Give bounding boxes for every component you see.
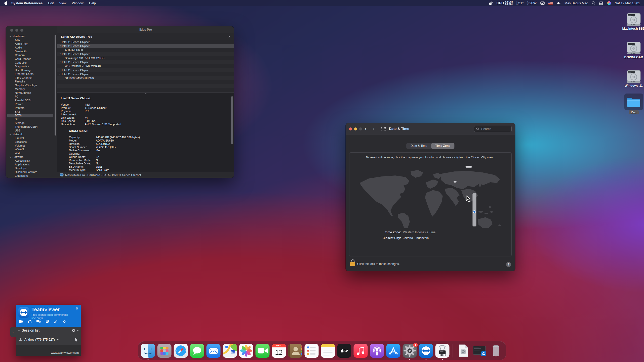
dock-icon-app-store[interactable] [386, 344, 400, 358]
sidebar-item-graphics-displays[interactable]: Graphics/Displays [6, 83, 57, 87]
desktop-icon-macintosh-ssd[interactable]: Macintosh SSD [616, 12, 644, 30]
desktop-icon-download[interactable]: DOWNLOAD [616, 41, 644, 59]
spotlight-search-icon[interactable] [592, 1, 595, 5]
session-list-header[interactable]: Session list [16, 327, 81, 334]
dock-icon-apple-tv[interactable]: tv [337, 344, 351, 358]
sidebar-item-usb[interactable]: USB [6, 129, 57, 132]
breadcrumb-item-intel-11-series-chipset[interactable]: Intel 11 Series Chipset [112, 173, 141, 176]
menu-window[interactable]: Window [69, 1, 86, 5]
temperature-status[interactable]: TEM 51° [516, 1, 524, 5]
close-button[interactable] [10, 29, 13, 32]
tree-row-intel-11-series-chipset[interactable]: Intel 11 Series Chipset [57, 52, 234, 56]
minimize-button[interactable] [354, 127, 357, 130]
device-tree-header[interactable]: Serial-ATA Device Tree [57, 33, 234, 40]
sidebar-item-ata[interactable]: ATA [6, 38, 57, 42]
video-call-icon[interactable] [19, 320, 23, 323]
sidebar-item-volumes[interactable]: Volumes [6, 144, 57, 148]
sidebar-section-software[interactable]: Software [6, 155, 57, 159]
tab-date-time[interactable]: Date & Time [407, 143, 431, 149]
tree-row-intel-11-series-chipset[interactable]: Intel 11 Series Chipset [57, 40, 234, 44]
activity-monitor-icon[interactable] [540, 2, 545, 5]
dock-icon-calendar[interactable]: MAR12 [272, 344, 286, 358]
menu-system-preferences[interactable]: System Preferences [9, 1, 45, 5]
dock-icon-system-preferences[interactable]: 1 [403, 344, 417, 358]
sidebar-scrollbar[interactable] [55, 35, 56, 135]
tab-time-zone[interactable]: Time Zone [431, 143, 454, 149]
headset-icon[interactable] [28, 320, 32, 323]
tree-row-intel-11-series-chipset[interactable]: Intel 11 Series Chipset [57, 68, 234, 72]
sidebar-item-fibre-channel[interactable]: Fibre Channel [6, 76, 57, 80]
dock-icon-reminders[interactable] [305, 344, 319, 358]
search-input[interactable] [481, 127, 509, 131]
dock-icon-chip-tool[interactable] [435, 344, 450, 358]
sidebar-item-firewall[interactable]: Firewall [6, 136, 57, 140]
dock-icon-music[interactable] [354, 344, 368, 358]
lock-icon[interactable] [350, 259, 356, 266]
dock-icon-messages[interactable] [190, 344, 204, 358]
siri-icon[interactable] [607, 1, 611, 5]
dock-icon-finder[interactable] [141, 344, 155, 358]
sidebar-item-controller[interactable]: Controller [6, 61, 57, 65]
sidebar-item-ethernet-cards[interactable]: Ethernet Cards [6, 72, 57, 76]
sidebar-item-pci[interactable]: PCI [6, 95, 57, 99]
tree-row-samsung-ssd-850-evo-120gb[interactable]: Samsung SSD 850 EVO 120GB [57, 56, 234, 60]
desktop-icon-doc[interactable]: Doc [616, 94, 644, 114]
help-button[interactable]: ? [506, 262, 511, 267]
time-zone-value[interactable]: Western Indonesia Time [403, 231, 435, 234]
collapse-chevron-icon[interactable] [228, 36, 230, 37]
sidebar-item-wi-fi[interactable]: Wi-Fi [6, 151, 57, 155]
breadcrumb-item-hardware[interactable]: Hardware [87, 173, 100, 176]
back-button[interactable]: ‹ [365, 126, 366, 131]
dock-icon-safari[interactable] [174, 344, 188, 358]
tree-row-st1000dm003-1er162[interactable]: ST1000DM003-1ER162 [57, 76, 234, 80]
session-row[interactable]: Andres (776 375 627) [16, 334, 81, 345]
sidebar-item-memory[interactable]: Memory [6, 87, 57, 91]
dock-icon-mail[interactable] [207, 344, 221, 358]
gear-dropdown-chevron-icon[interactable] [77, 330, 79, 331]
minimize-button[interactable] [15, 29, 18, 32]
keyboard-flag-us-icon[interactable] [548, 2, 553, 5]
sidebar-item-sata[interactable]: SATA [7, 114, 53, 117]
sidebar-item-storage[interactable]: Storage [6, 121, 57, 125]
close-icon[interactable]: ✕ [75, 306, 78, 310]
sidebar-item-card-reader[interactable]: Card Reader [6, 57, 57, 61]
breadcrumb-item-sata[interactable]: SATA [103, 173, 110, 176]
sidebar-item-disc-burning[interactable]: Disc Burning [6, 68, 57, 72]
file-transfer-icon[interactable] [46, 320, 49, 323]
sidebar-item-disabled-software[interactable]: Disabled Software [6, 170, 57, 174]
tree-row-adata-su650[interactable]: ADATA SU650 [57, 48, 234, 52]
sidebar-item-accessibility[interactable]: Accessibility [6, 159, 57, 163]
apple-menu-icon[interactable] [4, 1, 8, 5]
dock-icon-facetime[interactable] [256, 344, 270, 358]
control-center-icon[interactable] [599, 2, 603, 5]
dock-icon-trash[interactable] [489, 344, 503, 358]
sidebar-item-nvmexpress[interactable]: NVMExpress [6, 91, 57, 95]
world-map[interactable] [355, 162, 506, 228]
sidebar-item-developer[interactable]: Developer [6, 166, 57, 170]
dock-icon-photos[interactable] [239, 344, 253, 358]
zoom-button[interactable] [20, 29, 23, 32]
whiteboard-brush-icon[interactable] [54, 320, 58, 323]
sidebar-item-sas[interactable]: SAS [6, 110, 57, 114]
sidebar-section-network[interactable]: Network [6, 132, 57, 136]
close-button[interactable] [349, 127, 352, 130]
menu-clock[interactable]: Sat 12 Mar 16.01 [615, 1, 640, 5]
menu-edit[interactable]: Edit [45, 1, 56, 5]
search-field[interactable] [474, 126, 512, 132]
website-link[interactable]: www.teamviewer.com [51, 351, 79, 354]
show-all-grid-icon[interactable] [381, 127, 386, 130]
dock-icon-contacts[interactable] [288, 344, 302, 358]
dock-icon-minimized-window[interactable] [473, 344, 487, 358]
timezone-band[interactable] [473, 193, 476, 226]
remote-pointer-icon[interactable] [75, 338, 78, 342]
more-actions-icon[interactable] [62, 320, 66, 323]
zoom-button[interactable] [359, 127, 362, 130]
dock-icon-disk-image-file[interactable] [456, 344, 470, 358]
dock-icon-teamviewer[interactable] [419, 344, 433, 358]
menu-view[interactable]: View [57, 1, 69, 5]
dock-icon-maps[interactable]: 280 [223, 344, 237, 358]
dropdown-chevron-icon[interactable] [57, 339, 59, 340]
sidebar-item-thunderbolt-usb4[interactable]: Thunderbolt/USB4 [6, 125, 57, 129]
dock-icon-notes[interactable] [321, 344, 335, 358]
panel-collapse-tab[interactable]: › [10, 327, 16, 337]
